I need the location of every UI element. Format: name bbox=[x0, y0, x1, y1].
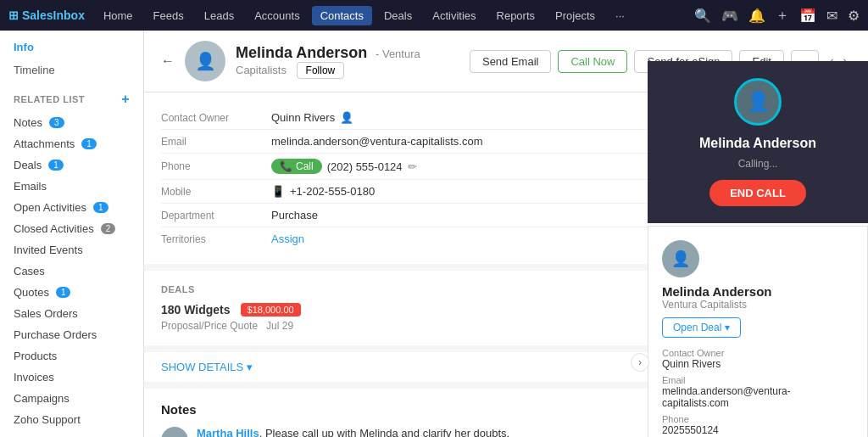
panel-phone-label: Phone bbox=[662, 414, 854, 424]
follow-button[interactable]: Follow bbox=[297, 62, 345, 79]
bell-icon[interactable]: 🔔 bbox=[748, 8, 765, 24]
deal-name[interactable]: 180 Widgets bbox=[161, 303, 231, 317]
contact-owner-label: Contact Owner bbox=[161, 112, 271, 124]
nav-activities[interactable]: Activities bbox=[424, 6, 484, 25]
panel-email-label: Email bbox=[662, 375, 854, 385]
sidebar-item-invoices[interactable]: Invoices bbox=[0, 367, 143, 388]
department-label: Department bbox=[161, 210, 271, 221]
nav-reports[interactable]: Reports bbox=[488, 6, 544, 25]
top-nav: ⊞ SalesInbox Home Feeds Leads Accounts C… bbox=[0, 0, 868, 31]
nav-projects[interactable]: Projects bbox=[547, 6, 604, 25]
gamepad-icon[interactable]: 🎮 bbox=[721, 8, 738, 24]
assign-link[interactable]: Assign bbox=[271, 233, 304, 245]
nav-contacts[interactable]: Contacts bbox=[312, 6, 372, 25]
sidebar-item-invited-events[interactable]: Invited Events bbox=[0, 239, 143, 261]
end-call-button[interactable]: END CALL bbox=[709, 180, 806, 206]
sidebar: Info Timeline RELATED LIST + Notes 3 Att… bbox=[0, 31, 144, 437]
sidebar-item-social-interactions[interactable]: Social Interactions bbox=[0, 430, 143, 437]
sidebar-item-open-activities[interactable]: Open Activities 1 bbox=[0, 197, 143, 218]
sidebar-item-quotes[interactable]: Quotes 1 bbox=[0, 282, 143, 303]
mobile-label: Mobile bbox=[161, 186, 271, 198]
open-deal-button[interactable]: Open Deal ▾ bbox=[662, 317, 741, 338]
sidebar-item-campaigns[interactable]: Campaigns bbox=[0, 388, 143, 409]
panel-avatar: 👤 bbox=[662, 240, 699, 277]
panel-contact-company: Ventura Capitalists bbox=[662, 299, 854, 311]
chevron-down-icon: ▾ bbox=[725, 322, 730, 333]
back-button[interactable]: ← bbox=[161, 53, 175, 69]
attachments-badge: 1 bbox=[81, 138, 97, 149]
panel-owner-label: Contact Owner bbox=[662, 348, 854, 358]
deal-stage: Proposal/Price Quote bbox=[161, 320, 258, 332]
phone-label: Phone bbox=[161, 160, 271, 172]
sidebar-item-zoho-support[interactable]: Zoho Support bbox=[0, 409, 143, 430]
panel-phone-field: Phone 2025550124 bbox=[662, 414, 854, 436]
panel-owner-value: Quinn Rivers bbox=[662, 358, 854, 370]
quotes-badge: 1 bbox=[56, 287, 71, 298]
contact-avatar: 👤 bbox=[185, 41, 225, 81]
sidebar-item-notes[interactable]: Notes 3 bbox=[0, 112, 143, 133]
note-author-1[interactable]: Martha Hills bbox=[197, 427, 259, 437]
add-icon[interactable]: ＋ bbox=[776, 7, 789, 25]
territories-label: Territories bbox=[161, 233, 271, 245]
sidebar-item-timeline[interactable]: Timeline bbox=[0, 60, 143, 83]
person-icon[interactable]: 👤 bbox=[340, 111, 353, 124]
note-text-1: Martha Hills, Please call up with Melind… bbox=[197, 427, 509, 437]
mobile-value: 📱 +1-202-555-0180 bbox=[271, 185, 375, 198]
brand-logo[interactable]: ⊞ SalesInbox bbox=[8, 8, 85, 22]
nav-icons: 🔍 🎮 🔔 ＋ 📅 ✉ ⚙ bbox=[694, 7, 860, 25]
search-icon[interactable]: 🔍 bbox=[694, 8, 711, 24]
mobile-icon: 📱 bbox=[271, 185, 285, 198]
notes-badge: 3 bbox=[49, 117, 64, 128]
calling-panel: 👤 Melinda Anderson Calling... END CALL bbox=[648, 61, 868, 223]
department-value: Purchase bbox=[271, 209, 318, 221]
territories-value: Assign bbox=[271, 233, 304, 245]
sidebar-item-products[interactable]: Products bbox=[0, 345, 143, 367]
collapse-panel-button[interactable]: › bbox=[631, 353, 649, 372]
add-related-icon[interactable]: + bbox=[121, 92, 130, 107]
related-list-header: RELATED LIST + bbox=[0, 83, 143, 112]
sidebar-item-cases[interactable]: Cases bbox=[0, 261, 143, 282]
nav-more[interactable]: ··· bbox=[607, 6, 633, 25]
phone-number: (202) 555-0124 bbox=[327, 160, 403, 173]
calling-avatar: 👤 bbox=[734, 78, 782, 126]
open-activities-badge: 1 bbox=[93, 202, 108, 213]
nav-feeds[interactable]: Feeds bbox=[145, 6, 192, 25]
sidebar-item-info[interactable]: Info bbox=[0, 31, 143, 60]
sidebar-item-purchase-orders[interactable]: Purchase Orders bbox=[0, 324, 143, 345]
panel-phone-value: 2025550124 bbox=[662, 424, 854, 436]
sidebar-item-attachments[interactable]: Attachments 1 bbox=[0, 133, 143, 154]
sidebar-item-sales-orders[interactable]: Sales Orders bbox=[0, 303, 143, 324]
email-label: Email bbox=[161, 136, 271, 148]
nav-leads[interactable]: Leads bbox=[196, 6, 242, 25]
sidebar-item-closed-activities[interactable]: Closed Activities 2 bbox=[0, 218, 143, 239]
edit-phone-icon[interactable]: ✏ bbox=[408, 160, 417, 173]
deal-amount-badge: $18,000.00 bbox=[241, 303, 301, 317]
sidebar-item-deals[interactable]: Deals 1 bbox=[0, 154, 143, 176]
contact-owner-value: Quinn Rivers 👤 bbox=[271, 111, 353, 124]
call-now-button[interactable]: Call Now bbox=[558, 50, 627, 73]
calling-name: Melinda Anderson bbox=[699, 136, 816, 151]
panel-email-value: melinda.anderson@ventura-capitalists.com bbox=[662, 385, 854, 409]
contact-name: Melinda Anderson bbox=[236, 44, 367, 61]
contact-info-panel: 👤 Melinda Anderson Ventura Capitalists O… bbox=[648, 226, 868, 437]
phone-value: 📞 Call (202) 555-0124 ✏ bbox=[271, 159, 417, 174]
nav-deals[interactable]: Deals bbox=[376, 6, 420, 25]
panel-email-field: Email melinda.anderson@ventura-capitalis… bbox=[662, 375, 854, 409]
mail-icon[interactable]: ✉ bbox=[826, 8, 837, 24]
sidebar-item-emails[interactable]: Emails bbox=[0, 176, 143, 197]
panel-contact-name: Melinda Anderson bbox=[662, 284, 854, 299]
deal-date: Jul 29 bbox=[266, 320, 293, 332]
email-value: melinda.anderson@ventura-capitalists.com bbox=[271, 135, 482, 148]
nav-home[interactable]: Home bbox=[95, 6, 142, 25]
calendar-icon[interactable]: 📅 bbox=[799, 8, 816, 24]
call-phone-button[interactable]: 📞 Call bbox=[271, 159, 322, 174]
send-email-button[interactable]: Send Email bbox=[470, 50, 551, 73]
calling-status: Calling... bbox=[738, 158, 778, 170]
contact-name-area: Melinda Anderson - Ventura Capitalists F… bbox=[236, 44, 459, 79]
nav-accounts[interactable]: Accounts bbox=[246, 6, 308, 25]
deals-badge: 1 bbox=[48, 160, 64, 171]
panel-owner-field: Contact Owner Quinn Rivers bbox=[662, 348, 854, 370]
note-author-avatar-1: MH bbox=[161, 427, 188, 437]
settings-icon[interactable]: ⚙ bbox=[848, 8, 860, 24]
closed-activities-badge: 2 bbox=[101, 223, 116, 234]
